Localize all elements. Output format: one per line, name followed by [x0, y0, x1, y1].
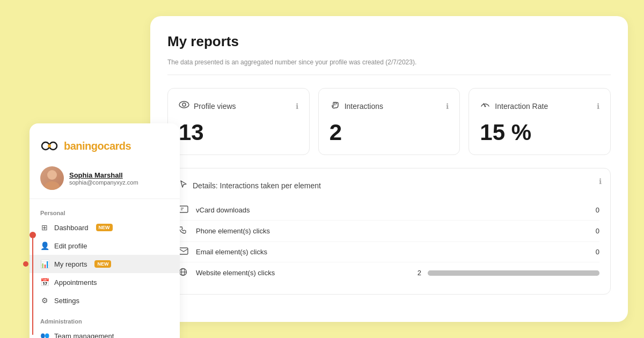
phone-icon	[179, 226, 189, 236]
eye-icon	[179, 99, 189, 113]
user-section: Sophia Marshall sophia@companyxyz.com	[30, 166, 180, 199]
stat-header: Profile views ℹ	[179, 99, 298, 113]
svg-rect-12	[179, 248, 188, 254]
detail-row-vcard: vCard downloads 0	[179, 200, 599, 220]
active-indicator	[23, 261, 28, 267]
svg-point-6	[182, 103, 186, 106]
phone-value: 0	[583, 227, 599, 235]
sidebar-item-settings[interactable]: ⚙ Settings	[30, 291, 180, 310]
pointer-dot	[30, 232, 36, 238]
sidebar-item-my-reports[interactable]: 📊 My reports NEW	[30, 255, 180, 273]
svg-point-4	[45, 181, 60, 190]
stats-row: Profile views ℹ 13 Interactions	[167, 88, 611, 155]
user-email: sophia@companyxyz.com	[69, 179, 138, 186]
sidebar-item-label: Appointments	[54, 278, 97, 286]
stat-card-interaction-rate: Interaction Rate ℹ 15 %	[469, 88, 611, 155]
svg-rect-9	[179, 206, 188, 212]
detail-row-website: Website element(s) clicks 2	[179, 262, 599, 283]
logo-text: baningocards	[64, 140, 131, 152]
details-section: Details: Interactions taken per element …	[167, 168, 611, 295]
sidebar: baningocards Sophia Marshall sophia@comp…	[30, 123, 180, 338]
globe-icon	[179, 268, 189, 278]
sidebar-item-team-management[interactable]: 👥 Team management	[30, 327, 180, 338]
settings-icon: ⚙	[40, 296, 49, 305]
details-header: Details: Interactions taken per element	[179, 179, 599, 192]
dashboard-icon: ⊞	[40, 223, 49, 232]
vcard-label: vCard downloads	[196, 206, 577, 214]
page-title: My reports	[167, 33, 611, 50]
svg-point-3	[47, 170, 57, 180]
info-icon-details[interactable]: ℹ	[599, 177, 602, 186]
content-card: My reports The data presented is an aggr…	[150, 16, 628, 322]
vcard-icon	[179, 205, 189, 215]
pointer-indicator	[30, 232, 36, 238]
logo-area: baningocards	[30, 136, 180, 166]
interactions-value: 2	[330, 121, 449, 144]
svg-point-5	[179, 101, 189, 108]
sidebar-item-appointments[interactable]: 📅 Appointments	[30, 273, 180, 291]
admin-section-label: Administration	[30, 314, 180, 327]
user-icon: 👤	[40, 241, 49, 250]
phone-label: Phone element(s) clicks	[196, 227, 577, 235]
reports-icon: 📊	[40, 260, 49, 268]
email-icon	[179, 247, 189, 256]
stat-card-profile-views: Profile views ℹ 13	[167, 88, 310, 155]
svg-point-8	[485, 106, 486, 107]
profile-views-label: Profile views	[194, 102, 236, 111]
logo-icon	[40, 136, 60, 156]
cursor-icon	[179, 179, 188, 192]
profile-views-value: 13	[179, 121, 298, 144]
interaction-rate-label: Interaction Rate	[495, 102, 548, 111]
sidebar-item-dashboard[interactable]: ⊞ Dashboard NEW	[30, 218, 180, 237]
user-name[interactable]: Sophia Marshall	[69, 171, 138, 179]
page-subtitle: The data presented is an aggregated numb…	[167, 58, 611, 75]
my-reports-new-badge: NEW	[94, 260, 111, 268]
sidebar-item-edit-profile[interactable]: 👤 Edit profile	[30, 237, 180, 255]
team-icon: 👥	[40, 332, 49, 338]
sidebar-item-label: My reports	[54, 260, 87, 268]
vcard-value: 0	[583, 206, 599, 214]
website-bar	[428, 270, 599, 276]
sidebar-item-label: Dashboard	[54, 224, 89, 232]
info-icon-interactions[interactable]: ℹ	[446, 102, 449, 111]
personal-section-label: Personal	[30, 205, 180, 218]
interaction-rate-value: 15 %	[480, 121, 599, 144]
website-value: 2	[405, 269, 421, 277]
website-bar-container	[428, 270, 599, 276]
detail-row-email: Email element(s) clicks 0	[179, 241, 599, 262]
sidebar-item-label: Team management	[54, 332, 114, 339]
details-title: Details: Interactions taken per element	[193, 181, 321, 190]
interactions-label: Interactions	[345, 102, 383, 111]
info-icon-rate[interactable]: ℹ	[597, 102, 599, 111]
dashboard-new-badge: NEW	[96, 224, 113, 231]
user-info: Sophia Marshall sophia@companyxyz.com	[69, 171, 138, 186]
stat-card-interactions: Interactions ℹ 2	[318, 88, 460, 155]
gauge-icon	[480, 99, 491, 113]
pointer-line	[32, 238, 33, 335]
svg-point-2	[48, 144, 51, 148]
avatar	[40, 166, 64, 190]
sidebar-item-label: Edit profile	[54, 242, 87, 250]
website-bar-fill	[428, 270, 599, 276]
email-value: 0	[583, 248, 599, 256]
detail-row-phone: Phone element(s) clicks 0	[179, 220, 599, 241]
info-icon-profile[interactable]: ℹ	[296, 102, 298, 111]
hand-icon	[330, 99, 340, 113]
calendar-icon: 📅	[40, 278, 49, 286]
stat-header: Interactions ℹ	[330, 99, 449, 113]
sidebar-item-label: Settings	[54, 297, 79, 305]
stat-header: Interaction Rate ℹ	[480, 99, 599, 113]
email-label: Email element(s) clicks	[196, 248, 577, 256]
main-content: My reports The data presented is an aggr…	[150, 16, 628, 322]
website-label: Website element(s) clicks	[196, 269, 399, 277]
